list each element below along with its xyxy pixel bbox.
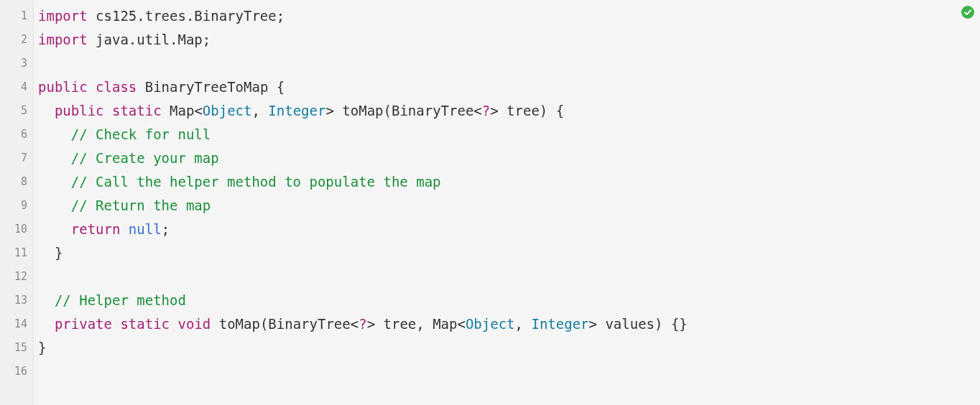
token-kw: void (178, 316, 211, 332)
token-pln: } (55, 245, 63, 261)
token-nul: null (129, 221, 162, 237)
line-number: 6 (0, 123, 27, 146)
code-line[interactable] (38, 52, 980, 75)
token-kw: ? (359, 316, 366, 332)
token-kw: class (96, 79, 137, 95)
line-number: 3 (0, 52, 27, 75)
token-cmt: // Helper method (55, 292, 186, 308)
code-line[interactable]: return null; (38, 218, 980, 241)
token-cmt: // Call the helper method to populate th… (71, 174, 441, 190)
line-number: 2 (0, 28, 27, 52)
line-number: 11 (0, 241, 27, 265)
token-type: Object (203, 103, 252, 118)
code-line[interactable]: public static Map<Object, Integer> toMap… (38, 99, 980, 123)
line-number: 12 (0, 265, 27, 289)
token-kw: public (38, 79, 88, 95)
check-circle-icon (961, 6, 974, 19)
token-pln (120, 221, 128, 237)
line-number: 9 (0, 194, 27, 218)
code-line[interactable] (38, 265, 980, 289)
line-number: 10 (0, 218, 27, 241)
line-number: 16 (0, 360, 27, 383)
token-pln: > tree) { (490, 103, 564, 118)
code-area[interactable]: import cs125.trees.BinaryTree;import jav… (34, 0, 980, 405)
token-pln: BinaryTreeToMap { (137, 79, 285, 95)
line-number: 7 (0, 146, 27, 170)
token-pln: } (38, 340, 46, 355)
token-pln: , (515, 316, 532, 332)
svg-point-0 (961, 6, 974, 19)
code-line[interactable]: import java.util.Map; (38, 28, 980, 52)
code-line[interactable]: private static void toMap(BinaryTree<?> … (38, 312, 980, 336)
token-pln: , (251, 103, 268, 118)
token-type: Object (466, 316, 515, 332)
token-kw: ? (482, 103, 490, 118)
token-pln: toMap(BinaryTree< (211, 316, 359, 332)
token-cmt: // Return the map (71, 197, 211, 213)
token-kw: public (55, 103, 104, 118)
token-kw: static (120, 316, 170, 332)
line-number: 15 (0, 336, 27, 360)
token-kw: private (55, 316, 112, 332)
line-number: 1 (0, 4, 27, 28)
line-number: 14 (0, 312, 27, 336)
code-line[interactable]: // Helper method (38, 289, 980, 312)
token-pln: Map< (162, 103, 203, 118)
code-line[interactable]: // Check for null (38, 123, 980, 146)
line-number: 13 (0, 289, 27, 312)
code-editor[interactable]: 12345678910111213141516 import cs125.tre… (0, 0, 980, 405)
token-pln (88, 79, 96, 95)
code-line[interactable]: // Create your map (38, 146, 980, 170)
token-pln (170, 316, 177, 332)
token-pln: > toMap(BinaryTree< (325, 103, 481, 118)
token-pln (104, 103, 112, 118)
token-cmt: // Create your map (71, 150, 219, 166)
code-line[interactable]: } (38, 336, 980, 360)
token-pln: > values) {} (589, 316, 688, 332)
code-line[interactable] (38, 360, 980, 383)
token-pln (112, 316, 120, 332)
code-line[interactable]: public class BinaryTreeToMap { (38, 75, 980, 99)
token-kw: static (112, 103, 162, 118)
line-number: 4 (0, 75, 27, 99)
code-line[interactable]: import cs125.trees.BinaryTree; (38, 4, 980, 28)
token-kw: import (38, 8, 88, 24)
code-line[interactable]: // Call the helper method to populate th… (38, 170, 980, 194)
token-type: Integer (268, 103, 325, 118)
line-number: 5 (0, 99, 27, 123)
token-pln: cs125.trees.BinaryTree; (88, 8, 285, 24)
token-kw: return (71, 221, 121, 237)
token-pln: java.util.Map; (88, 32, 211, 47)
token-kw: import (38, 32, 88, 47)
token-cmt: // Check for null (71, 126, 211, 142)
token-pln: ; (162, 221, 170, 237)
line-number-gutter: 12345678910111213141516 (0, 0, 34, 405)
code-line[interactable]: // Return the map (38, 194, 980, 218)
token-pln: > tree, Map< (367, 316, 466, 332)
token-type: Integer (531, 316, 588, 332)
line-number: 8 (0, 170, 27, 194)
code-line[interactable]: } (38, 241, 980, 265)
